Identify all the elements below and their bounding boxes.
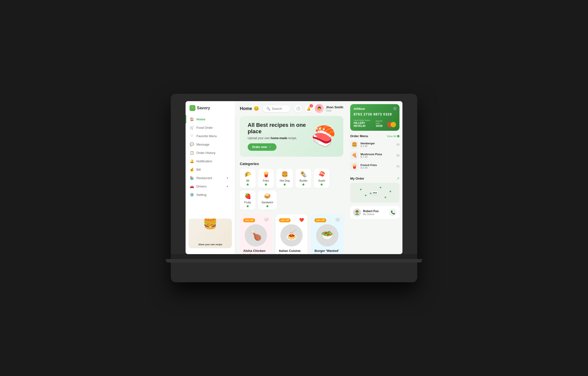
settings-icon: ⚙️: [393, 107, 397, 111]
notification-button[interactable]: 🔔 2: [305, 105, 312, 113]
nav-restaurant-label: Restaurant: [196, 176, 212, 180]
search-input[interactable]: [272, 107, 287, 111]
sidebar-item-restaurant[interactable]: 🏪 Restaurant ▾: [186, 174, 232, 182]
bank-card: ⚙️ ADRBank 8763 2736 9873 0329 Card Hold…: [350, 104, 399, 131]
order-item-img-fries: 🍟: [350, 162, 359, 170]
category-sandwich[interactable]: 🥪 Sandwich: [258, 190, 277, 210]
sidebar-item-setting[interactable]: ⚙️ Setting: [186, 190, 232, 199]
drivers-icon: 🚗: [190, 184, 194, 188]
sidebar-item-notification[interactable]: 🔔 Notification: [186, 157, 232, 165]
category-hotdog[interactable]: 🍔 Hot Dog: [276, 169, 293, 188]
app-name: Savory: [197, 106, 210, 110]
heart-icon: ♡: [190, 134, 194, 138]
my-order-title: My Order: [350, 177, 364, 180]
order-item-img-pizza: 🍕: [350, 151, 359, 160]
bank-name: ADRBank: [354, 108, 396, 110]
order-item-info-hemberger: Hemberger $ 3.49: [361, 142, 395, 148]
food-desc-burger: Reis, Zoodles, Garnelen,Sesam Dressing, …: [314, 253, 340, 254]
like-button-aloha[interactable]: 🤍: [264, 218, 269, 222]
food-card-burger[interactable]: 18% Off 🥗 🤍 Burger 'Wanted' Reis, Zoodle…: [311, 214, 343, 254]
like-button-burger[interactable]: 🤍: [335, 218, 340, 222]
map-dot: [365, 195, 366, 196]
order-item-info-fries: French Fries $ 5.49: [361, 164, 395, 169]
nav-setting-label: Setting: [196, 193, 206, 197]
order-now-button[interactable]: Order now 🛒: [248, 143, 277, 151]
sidebar-item-favorite-menu[interactable]: ♡ Favorite Menu: [186, 132, 232, 140]
mastercard-logo: [387, 122, 396, 127]
cart-icon: 🛒: [268, 145, 272, 149]
right-panel: ⚙️ ADRBank 8763 2736 9873 0329 Card Hold…: [348, 101, 402, 254]
category-all[interactable]: 🌮 All: [240, 169, 256, 188]
category-fruity[interactable]: 🍓 Fruity: [240, 190, 256, 210]
card-expiry-info: Expired Date 10/28: [376, 120, 386, 127]
food-name-burger: Burger 'Wanted': [314, 249, 340, 253]
sidebar-item-bill[interactable]: 💰 Bill: [186, 165, 232, 174]
logo[interactable]: 🍀 Savory: [186, 105, 235, 115]
category-buritto[interactable]: 🌯 Buritto: [295, 169, 311, 188]
card-holder-label: Card Holder Name: [354, 119, 376, 121]
food-name-italian: Italian Cuisine: [279, 249, 304, 253]
gear-icon: ⚙️: [190, 193, 194, 197]
order-item-info-pizza: Mushroom Pizza $ 7.49: [361, 153, 395, 158]
notification-badge: 2: [310, 104, 313, 108]
discount-badge-italian: 12% Off: [279, 218, 291, 222]
my-order-expand-icon[interactable]: ↗: [397, 176, 399, 180]
call-button[interactable]: 📞: [389, 209, 397, 216]
food-card-aloha[interactable]: 15% Off 🍗 🤍 Aloha Chicken Reis, Zoodles,…: [240, 214, 272, 254]
order-item-qty-fries: X1: [397, 165, 399, 168]
sidebar-item-food-order[interactable]: 🛒 Food Order: [186, 123, 232, 132]
delivery-role: My Deliver: [363, 213, 379, 216]
view-all-button[interactable]: View All: [387, 135, 399, 138]
home-icon: 🏠: [190, 117, 194, 121]
scroll-content: All Best recipes in one place Upload you…: [235, 116, 348, 254]
category-fries-dot: [265, 184, 267, 186]
category-all-dot: [247, 184, 249, 186]
categories-title: Categories: [240, 162, 343, 166]
like-button-italian[interactable]: ❤️: [299, 218, 304, 222]
card-expiry-label: Expired Date: [376, 120, 386, 124]
food-image-burger: 🥗: [316, 224, 338, 246]
category-fruity-label: Fruity: [244, 201, 251, 204]
category-sushi[interactable]: 🍣 Sushi: [314, 169, 329, 188]
sidebar-item-message[interactable]: 💬 Message: [186, 140, 232, 149]
order-item-qty-pizza: X2: [397, 154, 399, 157]
header-icons: 🕐 🔔 2 👨 Jhon Smith User: [294, 104, 343, 113]
main-content: Home 😊 🔍 🕐 🔔: [235, 101, 348, 254]
card-holder-info: Card Holder Name HILLERY NEVELIN: [354, 119, 376, 127]
category-hotdog-icon: 🍔: [281, 171, 288, 178]
promo-text: Share your own recipe: [197, 243, 223, 246]
food-card-italian[interactable]: 12% Off 🍝 ❤️ Italian Cuisine Reis, Zoodl…: [276, 214, 308, 254]
map-pin: USA: [372, 191, 378, 194]
sidebar-item-home[interactable]: 🏠 Home: [186, 115, 232, 123]
nav-notification-label: Notification: [196, 159, 212, 163]
delivery-person-card: 👨‍🦱 Robert Fox My Deliver 📞: [350, 206, 399, 219]
logo-icon: 🍀: [190, 105, 195, 111]
category-fries[interactable]: 🍟 Fries: [258, 169, 274, 188]
food-name-aloha: Aloha Chicken: [243, 249, 269, 253]
category-sushi-dot: [321, 184, 323, 186]
restaurant-icon: 🏪: [190, 176, 194, 180]
sidebar-item-order-history[interactable]: 📋 Order History: [186, 149, 232, 157]
user-profile[interactable]: 👨 Jhon Smith User: [315, 104, 343, 113]
sidebar-promo: 🍔 Share your own recipe: [189, 219, 232, 248]
page-title: Home 😊: [240, 106, 259, 111]
discount-badge-burger: 18% Off: [314, 218, 326, 222]
map-dot: [385, 197, 386, 198]
order-menu-section: Order Menu View All 🍔 Hemberger $ 3.49 X…: [350, 134, 399, 173]
clock-button[interactable]: 🕐: [294, 105, 302, 113]
category-sandwich-dot: [266, 205, 268, 207]
card-expiry-value: 10/28: [376, 124, 386, 127]
nav-favorite-label: Favorite Menu: [196, 134, 217, 138]
map-dot: [390, 191, 391, 192]
delivery-name: Robert Fox: [363, 209, 379, 213]
sidebar-item-drivers[interactable]: 🚗 Drivers ▾: [186, 182, 232, 190]
history-icon: 📋: [190, 151, 194, 155]
clock-icon: 🕐: [296, 107, 300, 111]
chevron-down-icon: ▾: [227, 177, 228, 179]
sidebar: 🍀 Savory 🏠 Home 🛒 Food Order ♡ Favorite …: [186, 101, 235, 254]
order-item-qty-hemberger: X3: [397, 143, 399, 146]
category-sandwich-label: Sandwich: [261, 201, 273, 204]
hero-text: All Best recipes in one place Upload you…: [248, 122, 312, 151]
nav-bill-label: Bill: [196, 168, 201, 171]
category-fruity-icon: 🍓: [244, 193, 251, 199]
